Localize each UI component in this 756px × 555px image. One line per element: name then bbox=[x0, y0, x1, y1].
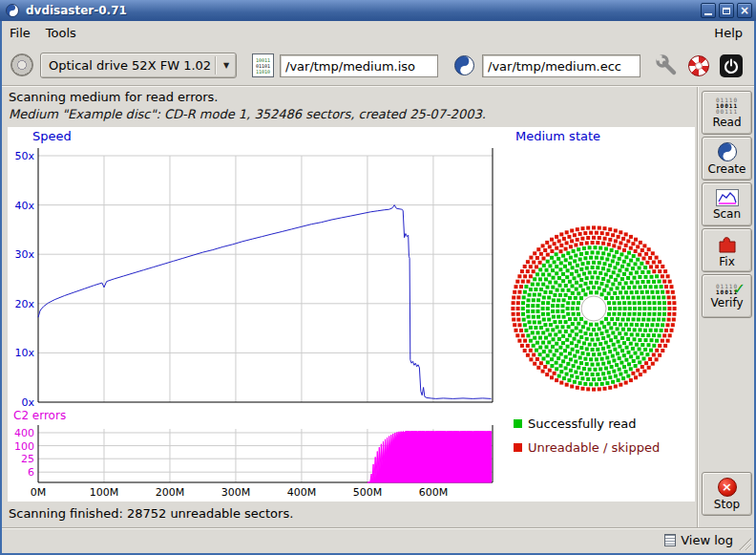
fix-label: Fix bbox=[719, 255, 734, 268]
dvdisaster-window: dvdisaster-0.71 × File Tools Help Optica… bbox=[0, 0, 756, 555]
titlebar[interactable]: dvdisaster-0.71 × bbox=[0, 0, 756, 21]
medium-info: Medium "Example disc": CD-R mode 1, 3524… bbox=[9, 107, 486, 121]
legend-label: Unreadable / skipped bbox=[528, 440, 660, 455]
fix-button[interactable]: Fix bbox=[702, 228, 752, 272]
toolbar-separator bbox=[2, 85, 754, 87]
c2-y-tick: 25 bbox=[21, 453, 34, 465]
x-axis-tick: 500M bbox=[353, 486, 383, 499]
resize-grip[interactable] bbox=[739, 538, 751, 550]
ecc-file-icon bbox=[454, 55, 474, 75]
legend-swatch bbox=[514, 443, 522, 452]
iso-file-icon: 100110110111010 bbox=[252, 53, 274, 77]
drive-icon bbox=[10, 53, 33, 76]
view-log-button[interactable]: View log bbox=[664, 533, 733, 547]
minimize-button[interactable] bbox=[701, 3, 716, 18]
window-title: dvdisaster-0.71 bbox=[26, 4, 127, 17]
maximize-button[interactable] bbox=[719, 3, 734, 18]
scan-icon bbox=[716, 189, 739, 206]
speed-y-tick: 10x bbox=[14, 347, 34, 359]
speed-y-tick: 0x bbox=[21, 396, 34, 409]
x-axis-tick: 100M bbox=[90, 486, 119, 499]
help-icon bbox=[688, 55, 709, 76]
create-icon bbox=[718, 142, 737, 161]
menu-help[interactable]: Help bbox=[706, 23, 750, 43]
iso-path-input[interactable] bbox=[280, 54, 438, 77]
scan-visualization: SpeedC2 errorsMedium state0x10x20x30x40x… bbox=[8, 127, 695, 502]
read-button[interactable]: 011101001100111 Read bbox=[702, 91, 752, 135]
drive-selector-value: Optical drive 52X FW 1.02 bbox=[41, 58, 215, 73]
check-icon: ✓ bbox=[733, 280, 746, 298]
x-axis-tick: 400M bbox=[287, 486, 317, 499]
verify-label: Verify bbox=[710, 296, 743, 310]
wrench-icon bbox=[656, 54, 679, 77]
legend-swatch bbox=[514, 419, 522, 428]
menu-file[interactable]: File bbox=[2, 23, 38, 43]
minimize-icon bbox=[704, 13, 712, 15]
x-axis-tick: 0M bbox=[31, 486, 47, 499]
menu-tools[interactable]: Tools bbox=[38, 23, 84, 43]
help-button[interactable] bbox=[684, 52, 713, 80]
window-buttons: × bbox=[701, 3, 752, 18]
scan-button[interactable]: Scan bbox=[702, 182, 752, 226]
verify-button[interactable]: 0111010011 ✓ Verify bbox=[702, 274, 752, 318]
puzzle-icon bbox=[717, 233, 738, 254]
maximize-icon bbox=[723, 8, 730, 14]
sidebar-separator bbox=[697, 87, 699, 527]
quit-button[interactable] bbox=[717, 52, 746, 80]
statusbar: View log bbox=[2, 527, 754, 553]
x-axis-tick: 300M bbox=[221, 486, 251, 499]
app-icon bbox=[6, 4, 19, 17]
power-icon bbox=[719, 53, 744, 78]
create-button[interactable]: Create bbox=[702, 137, 752, 181]
create-label: Create bbox=[708, 162, 746, 176]
status-message: Scanning medium for read errors. bbox=[9, 90, 218, 104]
stop-icon: × bbox=[718, 478, 737, 497]
x-axis-tick: 200M bbox=[156, 486, 185, 499]
speed-y-tick: 50x bbox=[14, 150, 34, 162]
stop-button[interactable]: × Stop bbox=[702, 472, 752, 516]
chevron-down-icon: ▼ bbox=[217, 61, 236, 70]
speed-chart-title: Speed bbox=[32, 129, 72, 143]
speed-y-tick: 20x bbox=[14, 298, 34, 310]
menubar: File Tools Help bbox=[2, 21, 754, 45]
speed-y-tick: 40x bbox=[14, 200, 34, 212]
preferences-button[interactable] bbox=[653, 52, 682, 80]
c2-chart-title: C2 errors bbox=[13, 409, 66, 422]
x-axis-tick: 600M bbox=[419, 486, 449, 499]
scan-result-status: Scanning finished: 28752 unreadable sect… bbox=[9, 506, 293, 521]
scan-label: Scan bbox=[713, 207, 741, 221]
medium-state-title: Medium state bbox=[515, 129, 600, 143]
read-label: Read bbox=[712, 116, 741, 129]
speed-y-tick: 30x bbox=[14, 248, 34, 261]
close-icon: × bbox=[740, 4, 749, 17]
log-icon bbox=[664, 534, 676, 546]
drive-selector[interactable]: Optical drive 52X FW 1.02 ▼ bbox=[40, 53, 237, 78]
ecc-path-input[interactable] bbox=[482, 54, 640, 77]
disc-hole bbox=[581, 296, 606, 321]
c2-y-tick: 100 bbox=[14, 440, 34, 453]
view-log-label: View log bbox=[681, 533, 733, 547]
close-button[interactable]: × bbox=[737, 3, 752, 18]
legend-label: Successfully read bbox=[528, 416, 636, 431]
c2-y-tick: 400 bbox=[14, 427, 34, 439]
read-icon: 011101001100111 bbox=[716, 97, 738, 115]
verify-icon: 0111010011 ✓ bbox=[716, 284, 738, 295]
c2-y-tick: 6 bbox=[28, 466, 34, 479]
stop-label: Stop bbox=[714, 498, 740, 511]
